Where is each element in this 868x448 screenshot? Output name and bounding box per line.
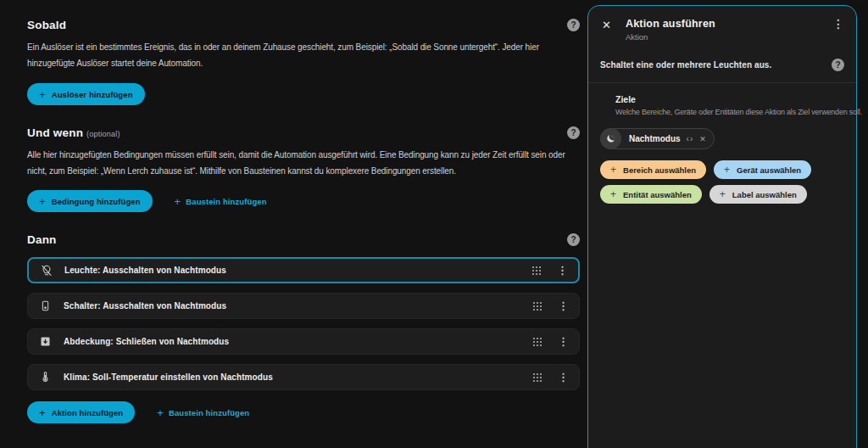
automation-editor: Sobald ? Ein Auslöser ist ein bestimmtes…: [0, 0, 868, 448]
trigger-help-icon[interactable]: ?: [567, 19, 580, 31]
panel-subtitle: Aktion: [626, 32, 715, 42]
action-row-light[interactable]: Leuchte: Ausschalten von Nachtmodus ⋮: [27, 257, 580, 283]
expand-icon[interactable]: ‹›: [687, 134, 694, 143]
plus-icon: +: [157, 407, 164, 418]
add-trigger-button[interactable]: + Auslöser hinzufügen: [27, 83, 145, 105]
plus-icon: +: [720, 189, 726, 199]
drag-handle-icon[interactable]: [532, 372, 542, 383]
row-menu-icon[interactable]: ⋮: [557, 265, 568, 276]
trigger-description: Ein Auslöser ist ein bestimmtes Ereignis…: [27, 39, 580, 71]
add-device-chip[interactable]: + Gerät auswählen: [714, 160, 811, 179]
automation-main-column: Sobald ? Ein Auslöser ist ein bestimmtes…: [27, 19, 580, 423]
drag-handle-icon[interactable]: [532, 301, 542, 311]
row-menu-icon[interactable]: ⋮: [558, 372, 569, 383]
action-title: Dann: [27, 233, 57, 246]
target-chip-label: Nachtmodus: [629, 134, 681, 143]
action-row-climate[interactable]: Klima: Soll-Temperatur einstellen von Na…: [27, 364, 580, 390]
trigger-section-header: Sobald ?: [27, 19, 580, 31]
action-section-header: Dann ?: [27, 233, 580, 246]
row-menu-icon[interactable]: ⋮: [558, 300, 569, 311]
target-add-chips: + Bereich auswählen + Gerät auswählen + …: [600, 160, 844, 204]
add-area-chip[interactable]: + Bereich auswählen: [600, 160, 706, 179]
action-row-label: Abdeckung: Schließen von Nachtmodus: [64, 337, 229, 346]
add-building-block-button-condition[interactable]: + Baustein hinzufügen: [175, 196, 267, 207]
remove-target-icon[interactable]: ✕: [699, 135, 706, 143]
plus-icon: +: [610, 165, 616, 175]
moon-icon: [600, 128, 621, 149]
targets-description: Welche Bereiche, Geräte oder Entitäten d…: [615, 108, 844, 116]
trigger-title: Sobald: [27, 19, 66, 31]
condition-section-header: Und wenn(optional) ?: [27, 126, 580, 139]
plus-icon: +: [39, 196, 46, 207]
condition-optional-label: (optional): [86, 130, 120, 138]
switch-icon: [38, 299, 53, 313]
action-row-label: Leuchte: Ausschalten von Nachtmodus: [64, 266, 226, 275]
drag-handle-icon[interactable]: [531, 266, 542, 276]
close-icon[interactable]: ✕: [602, 20, 611, 31]
row-menu-icon[interactable]: ⋮: [558, 336, 569, 347]
panel-description: Schaltet eine oder mehrere Leuchten aus.: [600, 60, 771, 70]
plus-icon: +: [610, 189, 616, 199]
condition-title: Und wenn(optional): [27, 126, 120, 139]
target-chip-nachtmodus[interactable]: Nachtmodus ‹› ✕: [600, 128, 715, 149]
panel-title: Aktion ausführen: [626, 18, 715, 30]
action-row-cover[interactable]: Abdeckung: Schließen von Nachtmodus ⋮: [27, 328, 580, 355]
add-action-button[interactable]: + Aktion hinzufügen: [27, 401, 135, 423]
action-row-label: Klima: Soll-Temperatur einstellen von Na…: [64, 372, 273, 382]
condition-help-icon[interactable]: ?: [567, 126, 580, 139]
condition-description: Alle hier hinzugefügten Bedingungen müss…: [27, 147, 580, 179]
panel-menu-icon[interactable]: ⋮: [832, 18, 844, 30]
arrow-down-box-icon: [38, 334, 53, 349]
panel-help-icon[interactable]: ?: [832, 59, 844, 71]
targets-title: Ziele: [615, 94, 844, 104]
panel-header: ✕ Aktion ausführen Aktion ⋮: [588, 6, 856, 42]
add-entity-chip[interactable]: + Entität auswählen: [600, 185, 702, 204]
thermometer-icon: [38, 370, 53, 384]
panel-body: Ziele Welche Bereiche, Geräte oder Entit…: [588, 83, 856, 215]
action-help-icon[interactable]: ?: [567, 233, 580, 246]
action-detail-panel: ✕ Aktion ausführen Aktion ⋮ Schaltet ein…: [587, 5, 857, 448]
add-condition-button[interactable]: + Bedingung hinzufügen: [27, 190, 153, 212]
add-label-chip[interactable]: + Label auswählen: [709, 185, 807, 204]
action-row-switch[interactable]: Schalter: Ausschalten von Nachtmodus ⋮: [27, 293, 580, 319]
panel-description-row: Schaltet eine oder mehrere Leuchten aus.…: [588, 42, 856, 83]
action-rows: Leuchte: Ausschalten von Nachtmodus ⋮: [27, 257, 580, 390]
plus-icon: +: [175, 196, 181, 207]
action-row-label: Schalter: Ausschalten von Nachtmodus: [64, 301, 226, 311]
lightbulb-off-icon: [39, 263, 53, 277]
drag-handle-icon[interactable]: [532, 337, 542, 347]
plus-icon: +: [39, 89, 46, 100]
add-building-block-button-action[interactable]: + Baustein hinzufügen: [157, 407, 249, 418]
plus-icon: +: [39, 407, 46, 418]
plus-icon: +: [724, 165, 730, 175]
